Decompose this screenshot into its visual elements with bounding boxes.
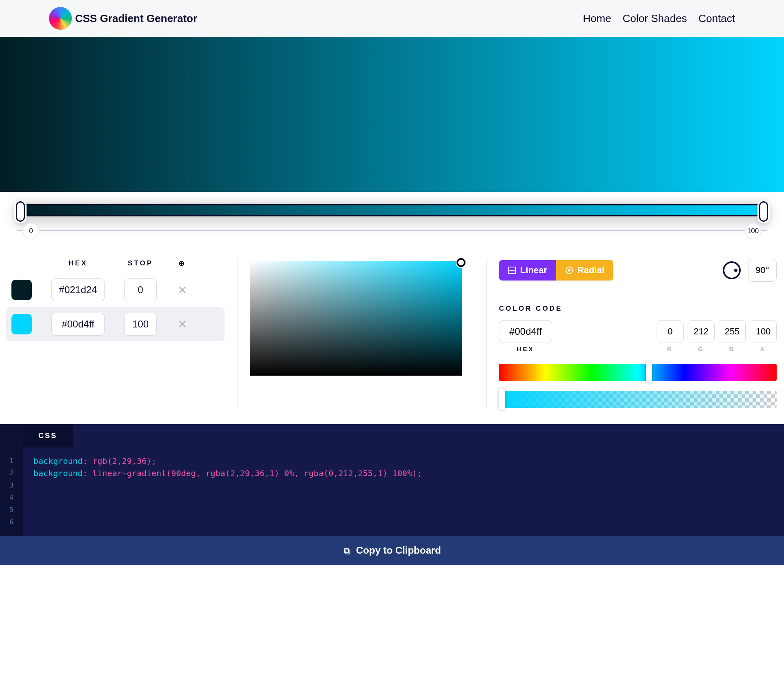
line-numbers: 1 2 3 4 5 6 xyxy=(0,448,23,536)
color-code-sublabels: HEX R G B A xyxy=(499,345,777,352)
brand-title: CSS Gradient Generator xyxy=(75,12,197,25)
nav-contact[interactable]: Contact xyxy=(698,12,735,25)
code-body: 1 2 3 4 5 6 background: rgb(2,29,36); ba… xyxy=(0,448,784,536)
main-panels: HEX STOP ⊕ ✕ ✕ xyxy=(0,251,784,424)
type-row: Linear Radial xyxy=(499,259,777,282)
hex-input[interactable] xyxy=(51,313,105,336)
stop-label-end: 100 xyxy=(745,223,761,239)
sv-picker[interactable] xyxy=(250,261,462,376)
brand-logo-icon xyxy=(49,7,72,30)
radial-button[interactable]: Radial xyxy=(556,260,613,281)
main-nav: Home Color Shades Contact xyxy=(583,12,735,25)
angle-dial[interactable] xyxy=(723,261,741,279)
code-text[interactable]: background: rgb(2,29,36); background: li… xyxy=(23,448,432,536)
options-panel: Linear Radial COLOR CODE xyxy=(486,259,780,408)
code-tabs: CSS xyxy=(0,424,784,448)
sv-black-overlay xyxy=(250,261,462,376)
a-sublabel: A xyxy=(750,345,777,352)
stop-input[interactable] xyxy=(124,313,157,336)
hue-slider[interactable] xyxy=(499,364,777,381)
nav-home[interactable]: Home xyxy=(583,12,611,25)
b-input[interactable] xyxy=(719,320,746,343)
angle-indicator-icon xyxy=(734,269,737,272)
color-list-headers: HEX STOP ⊕ xyxy=(6,259,225,273)
gradient-handle-start[interactable] xyxy=(16,201,25,222)
gradient-slider: 0 100 xyxy=(0,192,784,251)
color-row: ✕ xyxy=(6,307,225,341)
alpha-slider[interactable] xyxy=(499,391,777,408)
copy-button[interactable]: Copy to Clipboard xyxy=(0,536,784,565)
stop-input[interactable] xyxy=(124,278,157,301)
svg-rect-4 xyxy=(346,550,350,554)
header: CSS Gradient Generator Home Color Shades… xyxy=(0,0,784,37)
gradient-track[interactable] xyxy=(17,204,767,216)
rgba-group xyxy=(657,320,777,343)
radial-label: Radial xyxy=(577,265,604,276)
code-section: CSS 1 2 3 4 5 6 background: rgb(2,29,36)… xyxy=(0,424,784,565)
delete-color-button[interactable]: ✕ xyxy=(176,318,188,330)
color-swatch[interactable] xyxy=(11,314,32,334)
copy-label: Copy to Clipboard xyxy=(356,545,441,556)
copy-icon xyxy=(343,546,351,554)
color-row: ✕ xyxy=(6,273,225,307)
b-sublabel: B xyxy=(719,345,746,352)
alpha-fill xyxy=(499,391,777,408)
svg-rect-5 xyxy=(344,548,348,552)
r-input[interactable] xyxy=(657,320,684,343)
linear-label: Linear xyxy=(520,265,547,276)
stop-line: 0 100 xyxy=(17,230,767,247)
gradient-preview xyxy=(0,37,784,192)
hex-sublabel: HEX xyxy=(499,345,552,352)
linear-icon xyxy=(508,266,516,274)
gradient-type-toggle: Linear Radial xyxy=(499,260,613,281)
stop-label-start: 0 xyxy=(23,223,39,239)
linear-button[interactable]: Linear xyxy=(499,260,556,281)
g-sublabel: G xyxy=(688,345,715,352)
brand[interactable]: CSS Gradient Generator xyxy=(49,7,197,30)
nav-color-shades[interactable]: Color Shades xyxy=(623,12,687,25)
svg-point-3 xyxy=(568,269,570,272)
hex-input[interactable] xyxy=(51,278,105,301)
angle-control xyxy=(723,259,777,282)
r-sublabel: R xyxy=(657,345,684,352)
header-hex: HEX xyxy=(51,259,105,267)
alpha-handle[interactable] xyxy=(499,389,505,410)
add-color-button[interactable]: ⊕ xyxy=(176,259,186,268)
sv-handle[interactable] xyxy=(457,258,466,267)
radial-icon xyxy=(565,266,573,274)
color-code-row xyxy=(499,320,777,343)
code-hex-input[interactable] xyxy=(499,320,552,343)
a-input[interactable] xyxy=(750,320,777,343)
color-swatch[interactable] xyxy=(11,280,32,300)
color-code-label: COLOR CODE xyxy=(499,305,777,313)
g-input[interactable] xyxy=(688,320,715,343)
hue-handle[interactable] xyxy=(646,362,652,383)
angle-input[interactable] xyxy=(748,259,777,282)
delete-color-button[interactable]: ✕ xyxy=(176,284,188,296)
color-list-panel: HEX STOP ⊕ ✕ ✕ xyxy=(4,259,225,408)
css-tab[interactable]: CSS xyxy=(23,424,73,448)
sv-picker-panel xyxy=(237,259,474,408)
gradient-handle-end[interactable] xyxy=(759,201,768,222)
header-stop: STOP xyxy=(124,259,157,267)
